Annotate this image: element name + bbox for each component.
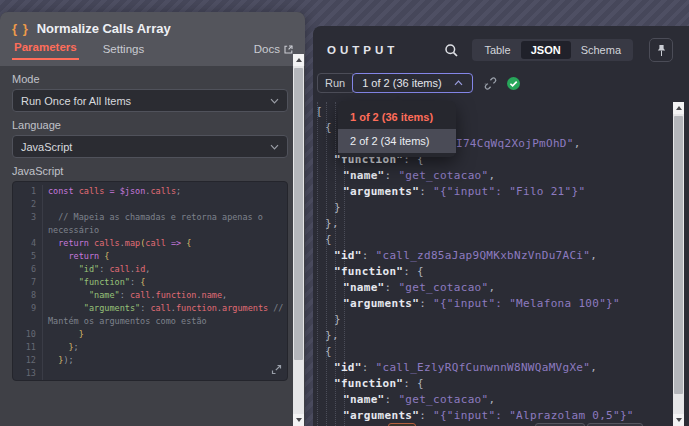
code-row: 1const calls = $json.calls;	[13, 185, 287, 198]
docs-link[interactable]: Docs	[254, 43, 293, 60]
code-row: necessário	[13, 224, 287, 237]
json-line: "name": "get_cotacao",	[316, 168, 671, 184]
chevron-down-icon	[270, 98, 279, 104]
pin-icon	[656, 44, 667, 57]
left-panel-scrollbar[interactable]	[293, 54, 304, 426]
run-option-2[interactable]: 2 of 2 (34 items)	[338, 129, 456, 153]
json-line: {	[316, 344, 671, 360]
language-value: JavaScript	[21, 141, 72, 153]
mode-select[interactable]: Run Once for All Items	[12, 89, 288, 112]
unlink-icon	[483, 76, 498, 91]
docs-label: Docs	[254, 43, 280, 55]
language-select[interactable]: JavaScript	[12, 135, 288, 158]
code-row: 3 // Mapeia as chamadas e retorna apenas…	[13, 211, 287, 224]
chevron-down-icon	[270, 144, 279, 150]
code-row: 8 "name": call.function.name,	[13, 289, 287, 302]
node-panel-header: { } Normalize Calls Array Parameters Set…	[0, 12, 305, 66]
mode-label: Mode	[12, 73, 305, 85]
code-row: 7 "function": {	[13, 276, 287, 289]
scrollbar-thumb[interactable]	[294, 68, 303, 360]
json-line: "arguments": "{"input": "Alprazolam 0,5"…	[316, 408, 671, 424]
search-icon	[444, 43, 459, 58]
json-line: "id": "call_zd85aJap9QMKxbNzVnDu7ACi",	[316, 248, 671, 264]
arrow-up-icon	[296, 58, 302, 62]
run-success-indicator	[506, 76, 521, 91]
run-selected-value: 1 of 2 (36 items)	[362, 77, 441, 89]
scroll-up-button[interactable]	[673, 102, 684, 114]
code-row: 4 return calls.map(call => {	[13, 237, 287, 250]
chevron-up-icon	[454, 80, 463, 86]
json-line: "id": "call_EzlyRQfCunwnnW8NWQaMVgXe",	[316, 360, 671, 376]
output-title: OUTPUT	[327, 44, 398, 56]
n8n-node-editor: { } Normalize Calls Array Parameters Set…	[0, 0, 689, 426]
node-settings-panel: { } Normalize Calls Array Parameters Set…	[0, 12, 305, 426]
tab-settings[interactable]: Settings	[101, 43, 147, 60]
json-line: }	[316, 200, 671, 216]
expand-editor-icon	[271, 364, 282, 375]
output-header: OUTPUT Table JSON Schema	[313, 26, 689, 62]
scroll-up-button[interactable]	[293, 54, 304, 66]
run-option-1[interactable]: 1 of 2 (36 items)	[338, 105, 456, 129]
output-panel: OUTPUT Table JSON Schema Run	[313, 26, 689, 426]
json-line: "function": {	[316, 376, 671, 392]
view-tab-table[interactable]: Table	[474, 41, 520, 59]
mode-value: Run Once for All Items	[21, 95, 131, 107]
code-row: 6 "id": call.id,	[13, 263, 287, 276]
pin-data-button[interactable]	[649, 38, 673, 62]
code-row: 9 "arguments": call.function.arguments /…	[13, 302, 287, 315]
run-label: Run	[317, 73, 353, 93]
node-tabs: Parameters Settings Docs	[0, 36, 305, 60]
run-dropdown-menu: 1 of 2 (36 items) 2 of 2 (34 items)	[338, 101, 456, 157]
run-selector[interactable]: 1 of 2 (36 items)	[352, 73, 472, 93]
json-line: "function": {	[316, 264, 671, 280]
json-line: },	[316, 216, 671, 232]
code-row: 5 return {	[13, 250, 287, 263]
scroll-down-button[interactable]	[293, 414, 304, 426]
unlink-run-button[interactable]	[483, 76, 498, 91]
tab-parameters[interactable]: Parameters	[12, 41, 79, 60]
code-editor[interactable]: 1const calls = $json.calls;23 // Mapeia …	[12, 181, 288, 381]
external-link-icon	[284, 45, 293, 54]
output-scrollbar[interactable]	[673, 102, 684, 426]
code-row: 12 });	[13, 354, 287, 367]
view-tab-json[interactable]: JSON	[521, 41, 571, 59]
json-line: "arguments": "{"input": "Melafona 100"}"	[316, 296, 671, 312]
expand-editor-button[interactable]	[270, 363, 283, 376]
json-line: {	[316, 232, 671, 248]
arrow-down-icon	[296, 418, 302, 422]
arrow-up-icon	[676, 106, 682, 110]
code-rows: 1const calls = $json.calls;23 // Mapeia …	[13, 185, 287, 380]
arrow-down-icon	[676, 418, 682, 422]
code-row: Mantém os argumentos como estão	[13, 315, 287, 328]
json-line: "name": "get_cotacao",	[316, 280, 671, 296]
code-row: 11 };	[13, 341, 287, 354]
parameters-body: Mode Run Once for All Items Language Jav…	[0, 66, 305, 426]
json-line: }	[316, 312, 671, 328]
code-row: 10 }	[13, 328, 287, 341]
node-title: Normalize Calls Array	[37, 21, 171, 36]
code-editor-label: JavaScript	[12, 165, 305, 177]
run-selector-row: Run 1 of 2 (36 items)	[313, 62, 689, 93]
code-row: 13	[13, 367, 287, 380]
output-view-toggle: Table JSON Schema	[472, 39, 633, 61]
code-row: 2	[13, 198, 287, 211]
scrollbar-thumb[interactable]	[674, 116, 683, 394]
view-tab-schema[interactable]: Schema	[571, 41, 631, 59]
success-check-icon	[506, 76, 521, 91]
search-button[interactable]	[444, 43, 459, 58]
code-node-icon: { }	[12, 21, 29, 36]
json-line: "name": "get_cotacao",	[316, 392, 671, 408]
json-line: },	[316, 328, 671, 344]
json-line: "arguments": "{"input": "Filo 21"}"	[316, 184, 671, 200]
scroll-down-button[interactable]	[673, 414, 684, 426]
language-label: Language	[12, 119, 305, 131]
